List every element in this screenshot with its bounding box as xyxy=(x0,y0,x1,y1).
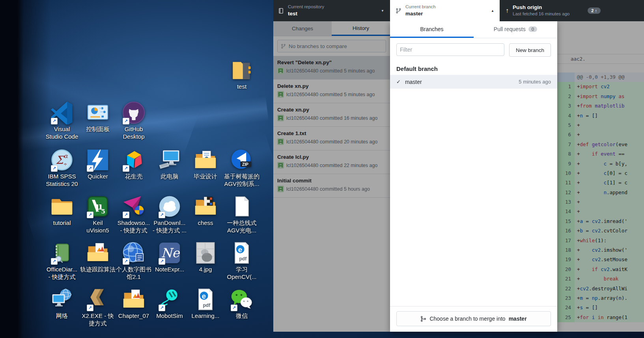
commit-author-avatar xyxy=(277,91,284,98)
diff-line-code: +for i in range(1 xyxy=(575,313,644,322)
folder-matlab-icon xyxy=(86,241,110,265)
svg-text:5: 5 xyxy=(101,208,105,215)
diff-line-code: + if event == xyxy=(575,149,644,159)
x2-icon: ↗ xyxy=(86,288,110,311)
push-count-badge: 2 ↑ xyxy=(588,7,601,14)
diff-line: 6 + xyxy=(557,130,644,139)
diff-line-code: + xyxy=(575,121,644,130)
pc-icon xyxy=(158,148,181,172)
diff-line-number: 3 xyxy=(557,101,575,111)
branches-panel-tabs: Branches Pull requests 0 xyxy=(390,21,557,38)
diff-line: 3 +from matplotlib xyxy=(557,101,644,111)
diff-line-number xyxy=(557,72,575,82)
shortcut-arrow-icon: ↗ xyxy=(123,212,129,218)
history-commit-row[interactable]: Create xn.py lcl1026504480 committed 16 … xyxy=(273,103,390,127)
shortcut-arrow-icon: ↗ xyxy=(51,165,58,172)
diff-line-code: +m = np.array(n). xyxy=(575,293,644,303)
shortcut-arrow-icon: ↗ xyxy=(87,212,93,218)
network-icon xyxy=(50,288,74,311)
notebook-icon: ↗ xyxy=(50,241,74,265)
desktop-icon[interactable]: ↗ 微信 xyxy=(220,288,264,320)
current-branch-button[interactable]: Current branch master ▲ xyxy=(390,0,500,21)
choose-branch-to-merge-button[interactable]: Choose a branch to merge into master xyxy=(396,311,551,326)
desktop-icon[interactable]: epdf 学习 OpenCV(... xyxy=(220,241,264,281)
history-commit-row[interactable]: Revert "Delete xn.py" lcl1026504480 comm… xyxy=(273,56,390,80)
diff-line: 4 +n = [] xyxy=(557,111,644,121)
spss-icon: Σα÷↗ xyxy=(50,148,74,172)
vscode-icon: ↗ xyxy=(50,101,74,124)
desktop-icon[interactable]: ZIP 基于树莓派的 AGV控制系... xyxy=(220,148,264,188)
shortcut-arrow-icon: ↗ xyxy=(87,305,93,311)
diff-line-number: 21 xyxy=(557,274,575,284)
commit-meta: lcl1026504480 committed 5 minutes ago xyxy=(286,68,375,74)
diff-line-code: + n.append xyxy=(575,188,644,197)
commit-author-avatar xyxy=(277,67,284,74)
chevron-down-icon: ▼ xyxy=(381,9,384,13)
diff-line: 19 + cv2.setMouse xyxy=(557,255,644,264)
diff-line: 18 + cv2.imshow(' xyxy=(557,245,644,255)
commit-title: Create xn.py xyxy=(277,107,386,113)
folder-docs-icon xyxy=(194,148,217,172)
new-branch-button[interactable]: New branch xyxy=(509,43,551,57)
current-repository-button[interactable]: Current repository test ▼ xyxy=(273,0,390,21)
diff-line-code: +import cv2 xyxy=(575,82,644,91)
history-commit-row[interactable]: Create lcl.py lcl1026504480 committed 22… xyxy=(273,150,390,174)
branch-filter-row: New branch xyxy=(390,38,557,62)
wechat-icon: ↗ xyxy=(230,288,254,311)
compare-branch-input[interactable]: No branches to compare xyxy=(277,40,386,52)
desktop-icon[interactable]: 一种总线式 AGV光电... xyxy=(220,195,264,234)
diff-line-number: 5 xyxy=(557,121,575,130)
branch-row-master[interactable]: ✓ master 5 minutes ago xyxy=(390,75,557,89)
ne-icon: Ne↗ xyxy=(158,241,181,265)
push-origin-button[interactable]: ↑ Push origin Last fetched 16 minutes ag… xyxy=(500,0,644,21)
tab-pull-requests[interactable]: Pull requests 0 xyxy=(474,21,557,38)
diff-file-header xyxy=(557,64,644,72)
diff-line-code: +import numpy as xyxy=(575,92,644,101)
diff-line-number: 18 xyxy=(557,245,575,255)
diff-line: 25 +for i in range(1 xyxy=(557,313,644,322)
desktop-icon-label: test xyxy=(220,83,264,91)
diff-line: 14 + xyxy=(557,207,644,216)
diff-line-code: + c[0] = c xyxy=(575,169,644,178)
shortcut-arrow-icon: ↗ xyxy=(231,305,237,311)
diff-line-number: 16 xyxy=(557,226,575,236)
compare-placeholder: No branches to compare xyxy=(289,43,347,49)
svg-text:e: e xyxy=(238,245,242,254)
pdf-icon: epdf xyxy=(194,288,217,311)
diff-line-number: 2 xyxy=(557,92,575,101)
diff-line: 10 + c[0] = c xyxy=(557,169,644,178)
pdf-icon: epdf xyxy=(230,241,254,265)
merge-target-branch: master xyxy=(509,316,527,322)
diff-line-number: 12 xyxy=(557,188,575,197)
diff-line-code: +s = [] xyxy=(575,303,644,312)
shadow-icon: ↗ xyxy=(122,195,146,218)
diff-line-code: +n = [] xyxy=(575,111,644,121)
diff-line-number: 23 xyxy=(557,293,575,303)
commit-sha-fragment: aac2. xyxy=(557,54,644,64)
desktop-icon[interactable]: test xyxy=(220,58,264,91)
history-commit-row[interactable]: Initial commit lcl1026504480 committed 5… xyxy=(273,174,390,198)
branch-row-time: 5 minutes ago xyxy=(519,79,551,85)
tab-history[interactable]: History xyxy=(332,21,390,36)
branch-filter-input[interactable] xyxy=(396,43,504,56)
diff-line-number: 4 xyxy=(557,111,575,121)
svg-text:pdf: pdf xyxy=(239,256,247,262)
diff-line-code: + xyxy=(575,197,644,207)
zipball-icon: ZIP xyxy=(230,148,254,172)
cloud-icon: ↗ xyxy=(158,195,181,218)
diff-line-number: 7 xyxy=(557,140,575,149)
diff-line-number: 11 xyxy=(557,178,575,188)
commit-author-avatar xyxy=(277,186,284,192)
history-commit-row[interactable]: Delete xn.py lcl1026504480 committed 5 m… xyxy=(273,80,390,103)
commit-title: Create lcl.py xyxy=(277,154,386,160)
shortcut-arrow-icon: ↗ xyxy=(159,212,165,218)
branch-name: master xyxy=(405,10,436,17)
desktop-icon[interactable]: ↗ GitHub Desktop xyxy=(112,101,156,141)
history-commit-row[interactable]: Create 1.txt lcl1026504480 committed 20 … xyxy=(273,127,390,150)
diff-line: 8 + if event == xyxy=(557,149,644,159)
diff-line-code: + if cv2.waitK xyxy=(575,265,644,274)
tab-changes[interactable]: Changes xyxy=(273,21,332,36)
tab-branches[interactable]: Branches xyxy=(390,21,474,38)
commit-title: Delete xn.py xyxy=(277,83,386,89)
shortcut-arrow-icon: ↗ xyxy=(51,258,58,265)
